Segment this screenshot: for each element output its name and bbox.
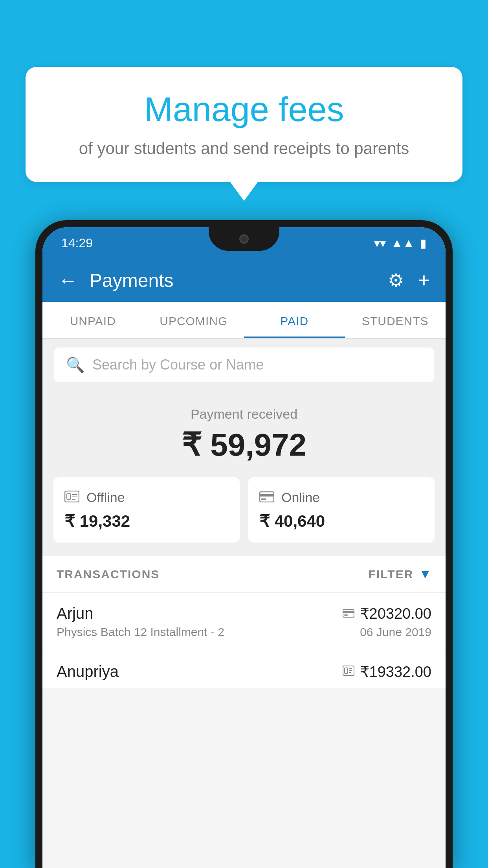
transaction-amount-wrap: ₹20320.00 [343,605,432,622]
svg-rect-7 [261,498,266,500]
svg-rect-6 [260,494,274,497]
transaction-row-top: Arjun ₹20320.00 [57,605,431,622]
filter-icon: ▼ [419,567,431,581]
offline-card-label: Offline [86,490,125,505]
status-time: 14:29 [61,236,93,250]
transaction-row-bottom: Physics Batch 12 Installment - 2 06 June… [57,625,431,639]
bubble-subtitle: of your students and send receipts to pa… [45,137,443,160]
page-title: Payments [90,270,388,291]
svg-rect-10 [344,614,348,616]
battery-icon: ▮ [420,236,427,250]
online-card-amount: ₹ 40,640 [259,511,424,531]
svg-rect-5 [260,492,274,502]
search-input[interactable]: Search by Course or Name [92,357,264,373]
transaction-name: Arjun [57,605,93,622]
phone-frame: 14:29 ▾▾ ▲▲ ▮ ← Payments ⚙ + UNPAID UPCO… [35,220,453,868]
camera-cutout [239,234,249,244]
transactions-label: TRANSACTIONS [57,568,160,581]
payment-received-amount: ₹ 59,972 [54,427,434,463]
tab-upcoming[interactable]: UPCOMING [143,302,244,338]
notch [209,227,279,251]
signal-icon: ▲▲ [391,236,415,250]
filter-container[interactable]: FILTER ▼ [369,567,431,581]
card-payment-icon [343,607,354,620]
status-bar: 14:29 ▾▾ ▲▲ ▮ [42,227,446,259]
speech-bubble: Manage fees of your students and send re… [26,67,462,182]
svg-rect-12 [345,668,348,673]
svg-rect-1 [67,494,71,499]
search-icon: 🔍 [66,356,84,373]
cash-payment-icon [343,665,354,679]
transaction-amount: ₹19332.00 [360,663,432,680]
table-row[interactable]: Arjun ₹20320.00 Physics Batch 12 Install… [42,593,446,651]
wifi-icon: ▾▾ [374,236,386,250]
settings-button[interactable]: ⚙ [388,270,404,291]
offline-card: Offline ₹ 19,332 [53,477,240,542]
search-container: 🔍 Search by Course or Name [42,339,446,391]
cards-row: Offline ₹ 19,332 Online [42,477,446,556]
phone-inner: 14:29 ▾▾ ▲▲ ▮ ← Payments ⚙ + UNPAID UPCO… [42,227,446,868]
tabs-container: UNPAID UPCOMING PAID STUDENTS [42,302,446,339]
offline-icon [64,489,79,506]
transaction-row-top: Anupriya ₹19332.00 [57,663,431,680]
online-card-label: Online [281,490,320,505]
table-row[interactable]: Anupriya ₹19332.00 [42,651,446,688]
tab-paid[interactable]: PAID [244,302,345,338]
online-card: Online ₹ 40,640 [248,477,435,542]
filter-label: FILTER [369,568,414,581]
search-box[interactable]: 🔍 Search by Course or Name [54,348,434,382]
svg-rect-9 [343,611,354,613]
transaction-date: 06 June 2019 [360,625,431,639]
tab-students[interactable]: STUDENTS [345,302,446,338]
transaction-name: Anupriya [57,663,119,680]
tab-unpaid[interactable]: UNPAID [42,302,143,338]
bubble-title: Manage fees [45,90,443,129]
transactions-header: TRANSACTIONS FILTER ▼ [42,556,446,593]
back-button[interactable]: ← [58,269,78,292]
transaction-amount-wrap: ₹19332.00 [343,663,432,680]
app-header: ← Payments ⚙ + [42,259,446,302]
add-button[interactable]: + [418,268,430,292]
status-icons: ▾▾ ▲▲ ▮ [374,236,427,250]
transaction-amount: ₹20320.00 [360,605,432,622]
offline-card-amount: ₹ 19,332 [64,511,229,531]
payment-received-section: Payment received ₹ 59,972 [42,391,446,477]
online-card-header: Online [259,489,424,506]
online-icon [259,489,274,506]
offline-card-header: Offline [64,489,229,506]
transaction-detail: Physics Batch 12 Installment - 2 [57,625,224,639]
payment-received-label: Payment received [54,406,434,422]
